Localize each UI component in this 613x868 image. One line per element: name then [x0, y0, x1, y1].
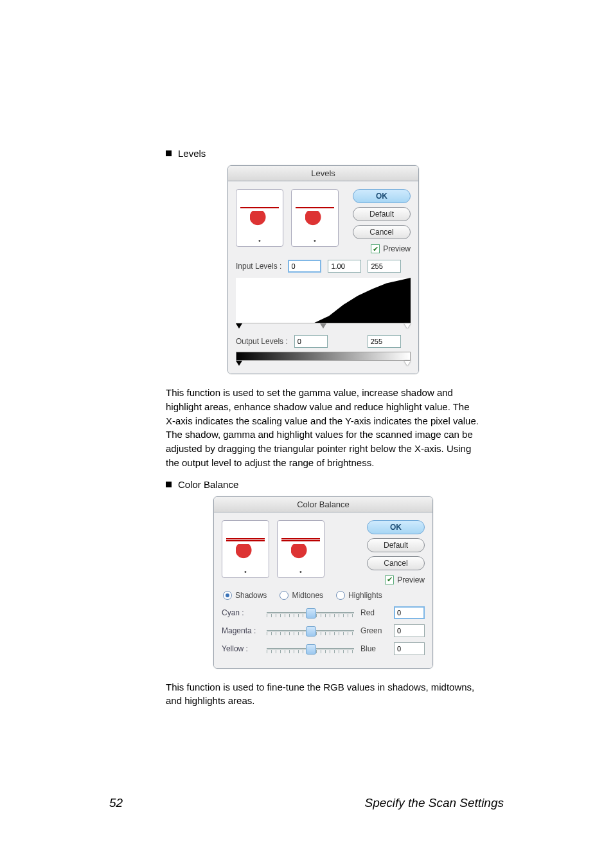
input-level-highlight[interactable]: 255 — [368, 260, 401, 273]
magenta-green-slider[interactable] — [267, 626, 354, 636]
preview-thumb-before: • — [222, 520, 269, 578]
input-level-shadow[interactable]: 0 — [288, 260, 321, 273]
slider-knob-icon[interactable] — [306, 608, 316, 619]
levels-dialog-title: Levels — [228, 166, 418, 181]
histogram — [236, 278, 411, 323]
radio-off-icon — [280, 591, 289, 600]
triangle-white-icon[interactable] — [404, 323, 411, 329]
ok-button[interactable]: OK — [353, 189, 411, 203]
output-gradient — [236, 352, 411, 361]
bullet-color-balance-label: Color Balance — [178, 479, 238, 490]
levels-dialog: Levels • • OK Default Cancel ✔ — [227, 165, 419, 374]
input-level-gamma[interactable]: 1.00 — [328, 260, 361, 273]
bullet-square-icon — [166, 482, 172, 487]
ok-button[interactable]: OK — [367, 520, 425, 534]
triangle-black-icon[interactable] — [236, 361, 242, 366]
section-title: Specify the Scan Settings — [364, 796, 504, 810]
yellow-blue-slider[interactable] — [267, 644, 354, 654]
preview-checkbox-label: Preview — [383, 244, 411, 253]
cb-dialog-title: Color Balance — [214, 497, 432, 512]
triangle-white-icon[interactable] — [404, 361, 411, 366]
output-levels-label: Output Levels : — [236, 337, 288, 346]
output-level-high[interactable]: 255 — [368, 335, 401, 348]
preview-thumb-after: • — [291, 189, 339, 247]
green-label: Green — [360, 626, 387, 635]
radio-off-icon — [336, 591, 345, 600]
bullet-levels-label: Levels — [178, 148, 206, 159]
radio-shadows[interactable]: Shadows — [223, 591, 267, 600]
slider-knob-icon[interactable] — [306, 626, 316, 637]
output-slider[interactable] — [236, 361, 411, 366]
preview-thumb-before: • — [236, 189, 283, 247]
red-label: Red — [360, 608, 387, 617]
default-button[interactable]: Default — [367, 538, 425, 552]
cyan-red-slider[interactable] — [267, 608, 354, 618]
cyan-red-value[interactable]: 0 — [394, 606, 425, 619]
preview-checkbox-label: Preview — [397, 575, 425, 584]
yellow-label: Yellow : — [222, 644, 260, 653]
triangle-gray-icon[interactable] — [320, 323, 326, 329]
blue-label: Blue — [360, 644, 387, 653]
page-footer: 52 Specify the Scan Settings — [109, 796, 504, 810]
radio-midtones[interactable]: Midtones — [280, 591, 323, 600]
output-level-low[interactable]: 0 — [294, 335, 328, 348]
checkbox-checked-icon: ✔ — [385, 575, 394, 584]
color-balance-description: This function is used to fine-tune the R… — [166, 680, 481, 709]
radio-highlights[interactable]: Highlights — [336, 591, 382, 600]
triangle-black-icon[interactable] — [236, 323, 242, 329]
preview-checkbox[interactable]: ✔ Preview — [367, 575, 425, 584]
magenta-label: Magenta : — [222, 626, 260, 635]
yellow-blue-value[interactable]: 0 — [394, 642, 425, 655]
slider-knob-icon[interactable] — [306, 644, 316, 655]
input-slider[interactable] — [236, 323, 411, 329]
bullet-levels: Levels — [166, 148, 481, 159]
preview-thumb-after: • — [277, 520, 324, 578]
radio-on-icon — [223, 591, 232, 600]
default-button[interactable]: Default — [353, 207, 411, 221]
bullet-square-icon — [166, 150, 172, 156]
cancel-button[interactable]: Cancel — [367, 556, 425, 570]
checkbox-checked-icon: ✔ — [371, 244, 380, 253]
bullet-color-balance: Color Balance — [166, 479, 481, 490]
preview-checkbox[interactable]: ✔ Preview — [353, 244, 411, 253]
levels-description: This function is used to set the gamma v… — [166, 386, 481, 470]
cyan-label: Cyan : — [222, 608, 260, 617]
magenta-green-value[interactable]: 0 — [394, 624, 425, 637]
page-number: 52 — [109, 796, 123, 810]
cancel-button[interactable]: Cancel — [353, 225, 411, 239]
color-balance-dialog: Color Balance • • OK Default Cancel ✔ — [213, 496, 433, 669]
input-levels-label: Input Levels : — [236, 262, 281, 271]
